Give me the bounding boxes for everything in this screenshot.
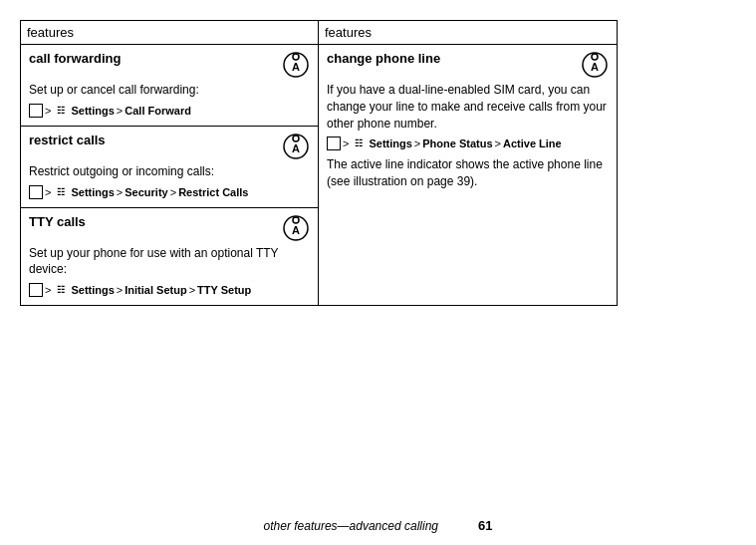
settings-icon-4: ☷ (351, 136, 367, 150)
restrict-calls-title: restrict calls (29, 133, 106, 147)
call-forwarding-body: Set up or cancel call forwarding: (29, 82, 310, 99)
left-panel: features call forwarding A Set up or can… (20, 20, 319, 306)
footer: other features—advanced calling 61 (0, 518, 756, 533)
svg-text:A: A (292, 142, 300, 154)
restrict-calls-section: restrict calls A Restrict outgoing or in… (21, 127, 318, 208)
svg-text:A: A (292, 61, 300, 73)
call-forwarding-section: call forwarding A Set up or cancel call … (21, 45, 318, 127)
accessibility-icon-2: A (282, 133, 310, 160)
tty-calls-nav: > ☷ Settings > Initial Setup > TTY Setup (29, 283, 310, 297)
menu-icon-4 (327, 136, 341, 150)
svg-point-6 (293, 217, 299, 223)
change-phone-line-section: change phone line A If you have a dual-l… (319, 45, 617, 203)
restrict-calls-header: restrict calls A (29, 133, 310, 160)
restrict-calls-body: Restrict outgoing or incoming calls: (29, 163, 310, 180)
svg-text:A: A (292, 224, 300, 236)
menu-icon-2 (29, 185, 43, 199)
settings-icon-3: ☷ (53, 283, 69, 297)
footer-text: other features—advanced calling (264, 519, 438, 533)
change-phone-line-nav: > ☷ Settings > Phone Status > Active Lin… (327, 136, 609, 150)
svg-point-0 (293, 54, 299, 60)
change-phone-line-body2: The active line indicator shows the acti… (327, 156, 609, 190)
menu-icon-1 (29, 104, 43, 118)
menu-icon-3 (29, 283, 43, 297)
call-forwarding-header: call forwarding A (29, 51, 310, 79)
left-panel-header: features (21, 21, 318, 45)
right-panel-header: features (319, 21, 617, 45)
accessibility-icon-4: A (581, 51, 609, 79)
settings-icon-2: ☷ (53, 185, 69, 199)
call-forwarding-title: call forwarding (29, 51, 121, 66)
right-panel-header-text: features (325, 25, 372, 40)
tty-calls-body: Set up your phone for use with an option… (29, 245, 310, 279)
change-phone-line-title: change phone line (327, 51, 440, 66)
svg-point-9 (592, 54, 598, 60)
settings-icon-1: ☷ (53, 104, 69, 118)
tty-calls-header: TTY calls A (29, 214, 310, 242)
footer-page-number: 61 (478, 518, 492, 533)
left-panel-header-text: features (27, 25, 74, 40)
tty-calls-title: TTY calls (29, 214, 86, 229)
change-phone-line-header: change phone line A (327, 51, 609, 79)
call-forwarding-nav: > ☷ Settings > Call Forward (29, 104, 310, 118)
right-panel: features change phone line A If you have… (319, 20, 618, 306)
accessibility-icon-3: A (282, 214, 310, 242)
change-phone-line-body1: If you have a dual-line-enabled SIM card… (327, 82, 609, 132)
restrict-calls-nav: > ☷ Settings > Security > Restrict Calls (29, 185, 310, 199)
svg-point-3 (293, 136, 299, 141)
svg-text:A: A (591, 61, 599, 73)
page-content: features call forwarding A Set up or can… (0, 0, 756, 306)
accessibility-icon-1: A (282, 51, 310, 79)
tty-calls-section: TTY calls A Set up your phone for use wi… (21, 208, 318, 306)
